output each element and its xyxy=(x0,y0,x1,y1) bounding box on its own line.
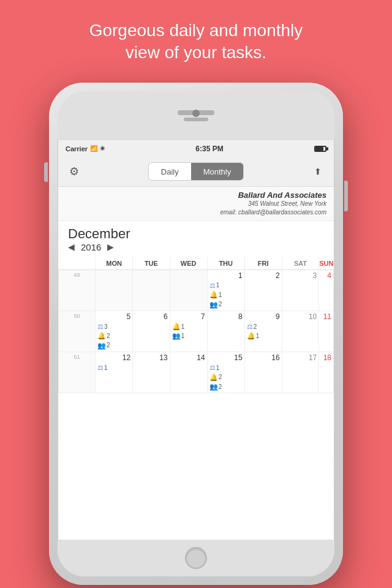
task-icon: ⚖ xyxy=(209,363,216,372)
header-tagline: Gorgeous daily and monthly view of your … xyxy=(0,0,392,77)
calendar-cell[interactable] xyxy=(170,270,207,311)
task-count: 2 xyxy=(219,300,222,309)
home-button[interactable] xyxy=(185,547,207,569)
monthly-tab[interactable]: Monthly xyxy=(191,163,244,180)
header-sat: SAT xyxy=(282,257,319,270)
day-number: 13 xyxy=(135,353,168,363)
carrier-label: Carrier xyxy=(66,145,88,153)
header-tue: TUE xyxy=(133,257,170,270)
task-entry: 🔔1 xyxy=(172,322,205,331)
task-icon: ⚖ xyxy=(247,322,253,331)
day-number: 6 xyxy=(135,312,168,322)
calendar-cell[interactable]: 5⚖3🔔2👥2 xyxy=(96,311,133,352)
calendar-cell[interactable]: 14 xyxy=(170,352,207,393)
month-label: December xyxy=(68,226,130,242)
task-entry: ⚖2 xyxy=(247,322,280,331)
task-count: 1 xyxy=(181,323,185,331)
day-number: 15 xyxy=(209,353,243,363)
settings-button[interactable]: ⚙ xyxy=(64,162,84,181)
task-icon: ⚖ xyxy=(97,322,104,331)
battery-icon xyxy=(314,146,326,152)
header-sun: SUN xyxy=(319,257,334,270)
status-bar: Carrier 📶 ✳ 6:35 PM xyxy=(58,140,334,157)
calendar-row: 505⚖3🔔2👥267🔔1👥189⚖2🔔11011 xyxy=(59,311,334,352)
calendar-row: 491⚖1🔔1👥2234 xyxy=(59,270,334,311)
calendar-cell[interactable]: 17 xyxy=(282,352,319,393)
day-number: 9 xyxy=(247,312,280,322)
calendar-cell[interactable] xyxy=(133,270,170,311)
camera xyxy=(192,110,200,117)
task-entry: ⚖3 xyxy=(97,322,130,331)
view-toggle[interactable]: Daily Monthly xyxy=(148,162,244,181)
calendar-cell[interactable]: 8 xyxy=(207,311,244,352)
contact-banner: Ballard And Associates 345 Walnut Street… xyxy=(58,187,334,221)
calendar-cell[interactable]: 4 xyxy=(319,270,334,311)
status-right xyxy=(314,146,326,152)
task-icon: 👥 xyxy=(209,300,218,309)
calendar-row: 5112⚖1131415⚖1🔔2👥2161718 xyxy=(59,352,334,393)
header-wed: WED xyxy=(170,257,207,270)
calendar-cell[interactable]: 12⚖1 xyxy=(96,352,133,393)
front-mic xyxy=(184,118,208,121)
day-number: 3 xyxy=(284,271,317,281)
task-entry: 🔔2 xyxy=(209,373,243,382)
week-number: 51 xyxy=(59,352,96,393)
day-number: 18 xyxy=(321,353,331,363)
task-entry: ⚖1 xyxy=(209,281,243,290)
day-number: 11 xyxy=(321,312,331,322)
gear-icon: ⚙ xyxy=(69,165,79,178)
header-thu: THU xyxy=(207,257,244,270)
contact-email: email: cballard@ballardassociates.com xyxy=(66,208,326,217)
month-navigation: December ◀ 2016 ▶ xyxy=(58,221,334,257)
next-month-button[interactable]: ▶ xyxy=(107,242,114,252)
status-left: Carrier 📶 ✳ xyxy=(66,145,105,153)
calendar-cell[interactable]: 9⚖2🔔1 xyxy=(244,311,282,352)
wifi-icon: 📶 xyxy=(90,145,97,152)
toolbar: ⚙ Daily Monthly ⬆ xyxy=(58,157,334,187)
calendar-cell[interactable]: 11 xyxy=(319,311,334,352)
day-number: 4 xyxy=(321,271,331,281)
task-icon: 👥 xyxy=(172,331,181,341)
task-entry: 🔔2 xyxy=(97,331,130,341)
task-count: 1 xyxy=(216,364,220,372)
calendar-cell[interactable]: 1⚖1🔔1👥2 xyxy=(207,270,244,311)
task-count: 2 xyxy=(107,341,110,350)
week-num-header xyxy=(59,257,96,270)
day-number: 17 xyxy=(284,353,317,363)
phone-bottom xyxy=(58,540,334,576)
day-number: 2 xyxy=(247,271,280,281)
task-count: 2 xyxy=(107,332,110,341)
week-number: 49 xyxy=(59,270,96,311)
signal-icon: ✳ xyxy=(100,145,105,152)
calendar-cell[interactable]: 2 xyxy=(244,270,282,311)
year-label: 2016 xyxy=(81,242,101,252)
task-icon: 🔔 xyxy=(209,373,218,382)
weekday-header-row: MON TUE WED THU FRI SAT SUN xyxy=(59,257,334,270)
calendar-cell[interactable]: 16 xyxy=(244,352,282,393)
task-entry: 🔔1 xyxy=(247,331,280,341)
share-button[interactable]: ⬆ xyxy=(308,162,328,181)
task-count: 1 xyxy=(256,332,260,341)
calendar-cell[interactable]: 3 xyxy=(282,270,319,311)
calendar-cell[interactable]: 15⚖1🔔2👥2 xyxy=(207,352,244,393)
day-number: 8 xyxy=(209,312,243,322)
task-icon: 🔔 xyxy=(97,331,106,341)
header-mon: MON xyxy=(96,257,133,270)
prev-month-button[interactable]: ◀ xyxy=(68,242,75,252)
task-count: 1 xyxy=(219,291,222,300)
calendar-cell[interactable] xyxy=(96,270,133,311)
calendar-cell[interactable]: 13 xyxy=(133,352,170,393)
calendar-cell[interactable]: 10 xyxy=(282,311,319,352)
calendar-cell[interactable]: 18 xyxy=(319,352,334,393)
task-entry: 🔔1 xyxy=(209,290,243,300)
task-icon: ⚖ xyxy=(209,281,216,290)
calendar-cell[interactable]: 6 xyxy=(133,311,170,352)
day-number: 1 xyxy=(209,271,243,281)
daily-tab[interactable]: Daily xyxy=(149,163,191,180)
task-count: 1 xyxy=(181,332,185,341)
task-entry: ⚖1 xyxy=(97,363,130,372)
task-icon: 👥 xyxy=(97,341,106,350)
task-icon: 🔔 xyxy=(247,331,255,341)
calendar-cell[interactable]: 7🔔1👥1 xyxy=(170,311,207,352)
day-number: 12 xyxy=(97,353,130,363)
